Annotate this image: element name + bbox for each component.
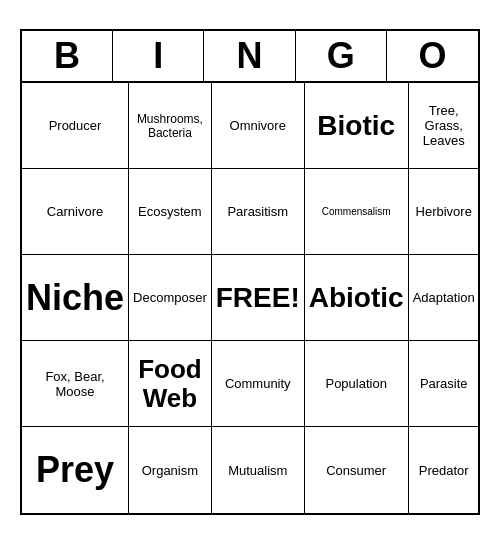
cell-text: Ecosystem [138, 204, 202, 219]
cell-text: Niche [26, 277, 124, 319]
bingo-cell: Predator [409, 427, 479, 513]
bingo-cell: Omnivore [212, 83, 305, 169]
cell-text: Parasitism [227, 204, 288, 219]
cell-text: Population [325, 376, 386, 391]
bingo-cell: Mushrooms, Bacteria [129, 83, 212, 169]
header-letter: O [387, 31, 478, 81]
cell-text: Parasite [420, 376, 468, 391]
cell-text: Mutualism [228, 463, 287, 478]
bingo-cell: Community [212, 341, 305, 427]
cell-text: Mushrooms, Bacteria [133, 112, 207, 140]
bingo-cell: Organism [129, 427, 212, 513]
cell-text: Decomposer [133, 290, 207, 305]
cell-text: Prey [36, 449, 114, 491]
header-letter: B [22, 31, 113, 81]
cell-text: Fox, Bear, Moose [26, 369, 124, 399]
bingo-cell: Prey [22, 427, 129, 513]
bingo-cell: Producer [22, 83, 129, 169]
cell-text: Predator [419, 463, 469, 478]
bingo-cell: Herbivore [409, 169, 479, 255]
bingo-cell: Mutualism [212, 427, 305, 513]
bingo-card: BINGO ProducerMushrooms, BacteriaOmnivor… [20, 29, 480, 515]
bingo-grid: ProducerMushrooms, BacteriaOmnivoreBioti… [22, 83, 478, 513]
bingo-cell: Parasitism [212, 169, 305, 255]
cell-text: Omnivore [230, 118, 286, 133]
bingo-cell: Abiotic [305, 255, 409, 341]
bingo-cell: Fox, Bear, Moose [22, 341, 129, 427]
bingo-cell: Decomposer [129, 255, 212, 341]
bingo-header: BINGO [22, 31, 478, 83]
cell-text: Herbivore [416, 204, 472, 219]
header-letter: N [204, 31, 295, 81]
bingo-cell: FREE! [212, 255, 305, 341]
bingo-cell: Tree, Grass, Leaves [409, 83, 479, 169]
header-letter: G [296, 31, 387, 81]
bingo-cell: Population [305, 341, 409, 427]
bingo-cell: Niche [22, 255, 129, 341]
cell-text: Carnivore [47, 204, 103, 219]
bingo-cell: Carnivore [22, 169, 129, 255]
cell-text: Adaptation [413, 290, 475, 305]
cell-text: Consumer [326, 463, 386, 478]
bingo-cell: Parasite [409, 341, 479, 427]
cell-text: FREE! [216, 282, 300, 314]
header-letter: I [113, 31, 204, 81]
bingo-cell: Biotic [305, 83, 409, 169]
cell-text: Organism [142, 463, 198, 478]
cell-text: Biotic [317, 110, 395, 142]
bingo-cell: Ecosystem [129, 169, 212, 255]
cell-text: Community [225, 376, 291, 391]
cell-text: Producer [49, 118, 102, 133]
bingo-cell: Food Web [129, 341, 212, 427]
cell-text: Tree, Grass, Leaves [413, 103, 475, 148]
bingo-cell: Commensalism [305, 169, 409, 255]
cell-text: Food Web [133, 355, 207, 412]
bingo-cell: Consumer [305, 427, 409, 513]
bingo-cell: Adaptation [409, 255, 479, 341]
cell-text: Commensalism [322, 206, 391, 217]
cell-text: Abiotic [309, 282, 404, 314]
